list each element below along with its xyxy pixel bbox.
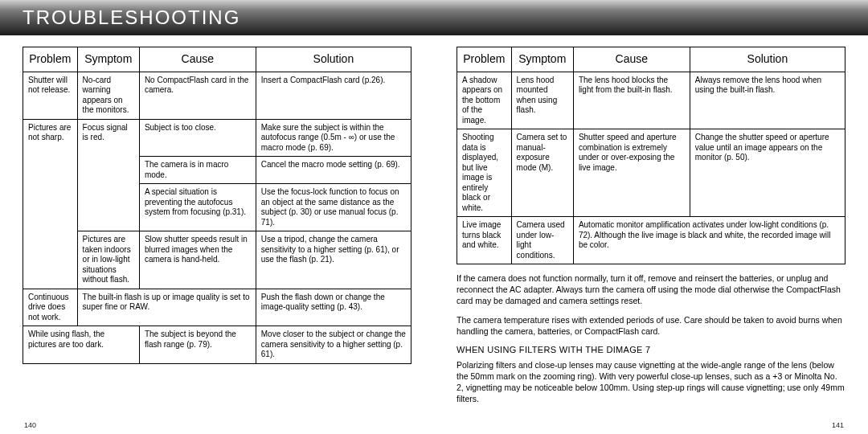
table-row: A shadow appears on the bottom of the im…: [457, 72, 845, 129]
col-cause: Cause: [139, 47, 256, 72]
table-row: Pictures are taken indoors or in low-lig…: [23, 231, 411, 289]
left-page: Problem Symptom Cause Solution Shutter w…: [0, 35, 434, 434]
table-row: Live image turns black and white. Camera…: [457, 217, 845, 264]
table-row: While using flash, the pictures are too …: [23, 326, 411, 364]
cell: While using flash, the pictures are too …: [23, 326, 140, 364]
cell: Cancel the macro mode setting (p. 69).: [256, 157, 411, 184]
table-row: Shutter will not release. No-card warnin…: [23, 72, 411, 119]
col-solution: Solution: [256, 47, 411, 72]
cell: The subject is beyond the flash range (p…: [139, 326, 256, 364]
cell: Focus signal is red.: [77, 119, 139, 231]
page-number-left: 140: [24, 421, 36, 429]
cell: Slow shutter speeds result in blurred im…: [139, 231, 256, 289]
cell: Shooting data is displayed, but live ima…: [457, 129, 512, 217]
subheading: WHEN USING FILTERS WITH THE DIMAGE 7: [457, 344, 845, 356]
paragraph: Polarizing filters and close-up lenses m…: [457, 359, 845, 405]
cell: Lens hood mounted when using flash.: [511, 72, 573, 129]
section-title: TROUBLESHOOTING: [23, 6, 240, 29]
cell: Continuous drive does not work.: [23, 289, 78, 326]
cell: Always remove the lens hood when using t…: [690, 72, 845, 129]
cell: The built-in flash is up or image qualit…: [77, 289, 256, 326]
cell: Make sure the subject is within the auto…: [256, 119, 411, 157]
cell: Use a tripod, change the camera sensitiv…: [256, 231, 411, 289]
table-header-row: Problem Symptom Cause Solution: [23, 47, 411, 72]
paragraph: The camera temperature rises with extend…: [457, 314, 845, 337]
col-symptom: Symptom: [511, 47, 573, 72]
body-copy: If the camera does not function normally…: [457, 272, 845, 411]
right-page: Problem Symptom Cause Solution A shadow …: [434, 35, 868, 434]
cell: Camera set to manual-exposure mode (M).: [511, 129, 573, 217]
cell: Shutter will not release.: [23, 72, 78, 119]
cell: Push the flash down or change the image-…: [256, 289, 411, 326]
paragraph: If the camera does not function normally…: [457, 272, 845, 307]
cell: Live image turns black and white.: [457, 217, 512, 264]
cell: Insert a CompactFlash card (p.26).: [256, 72, 411, 119]
troubleshooting-table-right: Problem Symptom Cause Solution A shadow …: [457, 47, 845, 264]
two-page-spread: Problem Symptom Cause Solution Shutter w…: [0, 35, 868, 434]
cell: No-card warning appears on the monitors.: [77, 72, 139, 119]
cell: The lens hood blocks the light from the …: [573, 72, 690, 129]
col-problem: Problem: [457, 47, 512, 72]
cell: Automatic monitor amplification activate…: [573, 217, 845, 264]
col-problem: Problem: [23, 47, 78, 72]
table-row: Continuous drive does not work. The buil…: [23, 289, 411, 326]
cell: Change the shutter speed or aperture val…: [690, 129, 845, 217]
cell: Pictures are taken indoors or in low-lig…: [77, 231, 139, 289]
table-row: Pictures are not sharp. Focus signal is …: [23, 119, 411, 157]
cell: Move closer to the subject or change the…: [256, 326, 411, 364]
cell: The camera is in macro mode.: [139, 157, 256, 184]
section-header: TROUBLESHOOTING: [0, 0, 868, 35]
troubleshooting-table-left: Problem Symptom Cause Solution Shutter w…: [23, 47, 411, 364]
table-row: Shooting data is displayed, but live ima…: [457, 129, 845, 217]
col-cause: Cause: [573, 47, 690, 72]
cell: Camera used under low-light conditions.: [511, 217, 573, 264]
table-header-row: Problem Symptom Cause Solution: [457, 47, 845, 72]
page-number-right: 141: [832, 421, 844, 429]
cell: Pictures are not sharp.: [23, 119, 78, 289]
cell: Subject is too close.: [139, 119, 256, 157]
cell: A shadow appears on the bottom of the im…: [457, 72, 512, 129]
cell: Shutter speed and aperture combination i…: [573, 129, 690, 217]
cell: No CompactFlash card in the camera.: [139, 72, 256, 119]
col-symptom: Symptom: [77, 47, 139, 72]
cell: A special situation is preventing the au…: [139, 184, 256, 231]
col-solution: Solution: [690, 47, 845, 72]
cell: Use the focus-lock function to focus on …: [256, 184, 411, 231]
